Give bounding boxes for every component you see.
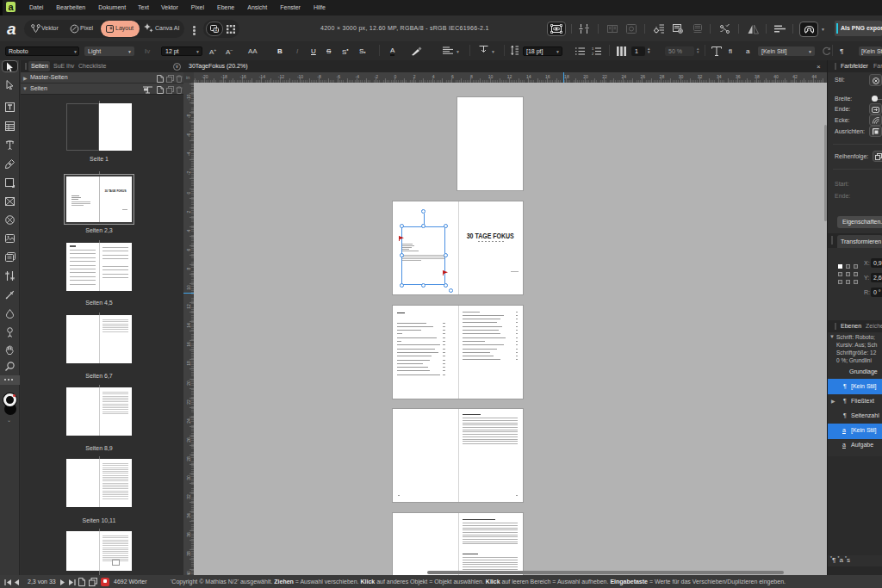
svg-text:2: 2 bbox=[592, 52, 594, 55]
svg-text:A: A bbox=[214, 28, 217, 33]
svg-text:1: 1 bbox=[592, 47, 594, 51]
